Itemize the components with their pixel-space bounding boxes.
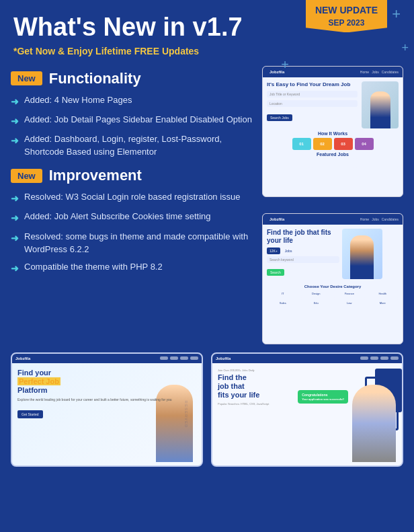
update-badge: NEW UPDATE SEP 2023 <box>306 0 387 32</box>
list-item: ➜ Added: Job Alert Subscribe Cookies tim… <box>11 211 254 225</box>
page-container: + + NEW UPDATE SEP 2023 What's New in v1… <box>0 0 414 480</box>
improvement-item-4: Compatible the theme with PHP 8.2 <box>24 261 163 274</box>
arrow-icon: ➜ <box>11 134 19 147</box>
arrow-icon: ➜ <box>11 211 19 225</box>
functionality-badge: New <box>11 71 42 85</box>
bottom-row: Jobzfila Find your Perfect Job Platform <box>0 344 414 467</box>
ss2-categories: Choose Your Desire Category <box>267 284 399 289</box>
list-item: ➜ Added: Job Detail Pages Sidebar Enable… <box>11 114 254 128</box>
list-item: ➜ Resolved: some bugs in theme and made … <box>11 231 254 256</box>
bs1-sub: Explore the world leading job board for … <box>17 397 196 402</box>
arrow-icon: ➜ <box>11 192 19 205</box>
functionality-section: New Functionality ➜ Added: 4 New Home Pa… <box>11 70 254 159</box>
right-column: Jobzfila Home Jobs Candidates It's Easy … <box>262 66 403 344</box>
improvement-section: New Improvement ➜ Resolved: W3 Social Lo… <box>11 167 254 276</box>
deco-plus-2: + <box>401 42 409 54</box>
deco-plus-1: + <box>392 7 401 22</box>
arrow-icon: ➜ <box>11 231 19 245</box>
arrow-icon: ➜ <box>11 95 19 108</box>
functionality-item-1: Added: 4 New Home Pages <box>24 94 132 107</box>
update-label: NEW UPDATE <box>315 4 378 17</box>
bs1-btn: Get Started <box>17 410 43 418</box>
functionality-title: New Functionality <box>11 70 254 87</box>
ss1-featured: Featured Jobs <box>267 152 399 157</box>
list-item: ➜ Compatible the theme with PHP 8.2 <box>11 261 254 275</box>
improvement-item-2: Added: Job Alert Subscribe Cookies time … <box>24 211 210 223</box>
list-item: ➜ Resolved: W3 Social Login role based r… <box>11 191 254 205</box>
two-col-layout: New Functionality ➜ Added: 4 New Home Pa… <box>0 66 414 344</box>
bs1-logo: Jobzfila <box>15 356 30 360</box>
improvement-badge: New <box>11 169 42 183</box>
ss2-logo: Jobzfila <box>270 217 284 221</box>
list-item: ➜ Added: Dashboard, Login, register, Los… <box>11 133 254 159</box>
functionality-item-3: Added: Dashboard, Login, register, Lost-… <box>24 133 254 159</box>
improvement-item-3: Resolved: some bugs in theme and made co… <box>24 231 254 256</box>
functionality-item-2: Added: Job Detail Pages Sidebar Enabled … <box>24 114 252 126</box>
arrow-icon: ➜ <box>11 262 19 275</box>
left-column: New Functionality ➜ Added: 4 New Home Pa… <box>11 66 262 344</box>
screenshot-2: Jobzfila Home Jobs Candidates Find the j… <box>262 213 403 344</box>
ss2-hero: Find the job that fits your life <box>267 229 339 245</box>
deco-plus-3: + <box>281 57 289 73</box>
page-subtitle: *Get Now & Enjoy Lifetime FREE Updates <box>0 42 414 66</box>
improvement-label: Improvement <box>49 167 142 184</box>
update-date: SEP 2023 <box>315 17 378 29</box>
bs1-title: Find your Perfect Job Platform <box>17 369 196 395</box>
screenshot-1: Jobzfila Home Jobs Candidates It's Easy … <box>262 66 403 197</box>
arrow-icon: ➜ <box>11 114 19 128</box>
ss1-how: How It Works <box>267 131 399 136</box>
bs2-logo: Jobzfila <box>216 356 231 360</box>
list-item: ➜ Added: 4 New Home Pages <box>11 94 254 108</box>
bs2-content: Join Over 200,000+ Jobs Daily Find the j… <box>212 363 402 406</box>
improvement-item-1: Resolved: W3 Social Login role based reg… <box>24 191 241 204</box>
improvement-title: New Improvement <box>11 167 254 184</box>
functionality-label: Functionality <box>49 70 141 87</box>
bottom-screenshot-left: Jobzfila Find your Perfect Job Platform <box>11 352 203 467</box>
bs2-title: Find the job that fits your life <box>218 373 397 400</box>
bottom-screenshot-right: Jobzfila Join Over 200,000+ Jobs Daily F… <box>211 352 403 467</box>
ss1-hero: It's Easy to Find Your Dream Job <box>267 81 358 88</box>
